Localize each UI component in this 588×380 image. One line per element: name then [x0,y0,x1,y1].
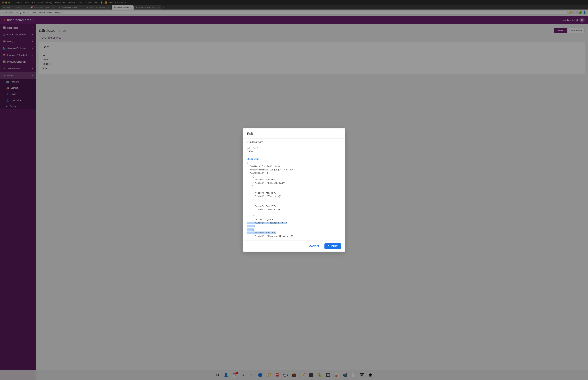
submit-button[interactable]: SUBMIT [324,243,341,249]
modal-footer: CANCEL SUBMIT [243,241,345,252]
json-editor[interactable]: { "switcherEnabled": true, "accountDefau… [247,162,341,238]
edit-modal: Edit i18n.languages Value Type* JSON JSO… [243,128,345,252]
modal-overlay: Edit i18n.languages Value Type* JSON JSO… [0,0,588,380]
modal-title: Edit [247,132,341,136]
cancel-button[interactable]: CANCEL [307,243,322,249]
modal-header: Edit [243,128,345,139]
value-type-label: Value Type* [247,147,341,149]
value-type-value: JSON [247,150,341,155]
modal-setting-name: i18n.languages [243,139,345,144]
modal-body: Value Type* JSON JSON Value { "switcherE… [243,144,345,241]
json-label: JSON Value [247,158,341,160]
